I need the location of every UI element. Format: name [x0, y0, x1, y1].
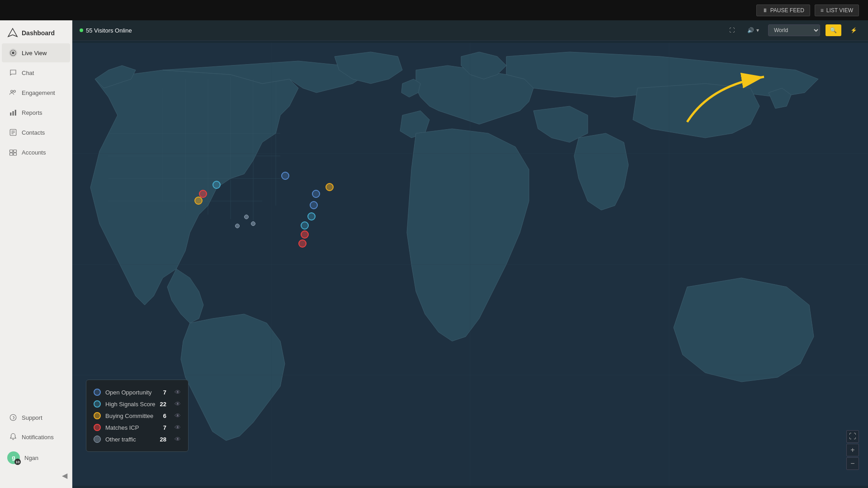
legend-item-other-traffic: Other traffic 28 👁	[94, 433, 181, 445]
sound-button[interactable]: 🔊 ▾	[744, 25, 763, 35]
svg-rect-5	[10, 113, 11, 116]
svg-point-17	[13, 419, 13, 420]
legend-dot-high-signals	[94, 400, 101, 408]
user-badge: 10	[14, 459, 21, 465]
pin-open-opp-3[interactable]	[310, 201, 318, 209]
sidebar-item-notifications[interactable]: Notifications	[2, 427, 70, 446]
pin-matches-icp-2[interactable]	[301, 230, 309, 239]
sidebar-item-label: Contacts	[22, 129, 45, 136]
pin-high-signals-2[interactable]	[307, 212, 316, 221]
legend-count-buying-committee: 6	[163, 413, 166, 419]
zoom-out-button[interactable]: −	[846, 457, 859, 470]
legend-label-other-traffic: Other traffic	[105, 436, 156, 443]
search-button[interactable]: 🔍	[826, 24, 841, 36]
content-area: 55 Visitors Online ⛶ 🔊 ▾ World North Ame…	[72, 20, 868, 488]
svg-rect-6	[13, 111, 14, 116]
chat-icon	[9, 69, 17, 77]
legend-count-open-opportunity: 7	[163, 389, 166, 396]
top-bar: ⏸ PAUSE FEED ≡ LIST VIEW	[0, 0, 868, 20]
sidebar-item-engagement[interactable]: Engagement	[2, 83, 70, 102]
pin-high-signals-1[interactable]	[212, 181, 221, 189]
legend-label-high-signals: High Signals Score	[105, 401, 156, 408]
zoom-in-button[interactable]: +	[846, 444, 859, 456]
visitors-count: 55 Visitors Online	[86, 27, 132, 34]
legend-count-matches-icp: 7	[163, 424, 166, 431]
collapse-icon: ◀	[62, 471, 67, 480]
fullscreen-icon: ⛶	[729, 27, 735, 33]
online-indicator	[80, 28, 83, 32]
svg-rect-13	[14, 150, 17, 152]
pin-matches-icp-1[interactable]	[199, 190, 207, 198]
sound-icon: 🔊	[747, 27, 754, 33]
legend-count-high-signals: 22	[160, 401, 166, 408]
legend-dot-matches-icp	[94, 424, 101, 431]
pause-icon: ⏸	[762, 7, 768, 14]
legend-eye-matches-icp[interactable]: 👁	[175, 424, 181, 431]
sidebar-item-label: Accounts	[22, 149, 46, 156]
svg-point-0	[12, 52, 14, 54]
sidebar-item-chat[interactable]: Chat	[2, 63, 70, 82]
sidebar-logo[interactable]: Dashboard	[0, 20, 72, 43]
legend-eye-open-opportunity[interactable]: 👁	[175, 389, 181, 396]
legend-label-buying-committee: Buying Committee	[105, 413, 159, 419]
sound-chevron: ▾	[756, 27, 759, 33]
pin-open-opp-2[interactable]	[312, 190, 320, 198]
pin-other-3[interactable]	[235, 224, 240, 228]
notifications-icon	[9, 433, 17, 441]
svg-rect-15	[14, 153, 17, 155]
svg-rect-14	[10, 153, 13, 155]
legend-label-matches-icp: Matches ICP	[105, 424, 159, 431]
legend-dot-buying-committee	[94, 412, 101, 419]
pin-other-1[interactable]	[244, 215, 249, 219]
map-controls: ⛶ + −	[846, 430, 859, 470]
sidebar-item-label: Live View	[22, 50, 47, 56]
expand-button[interactable]: ⛶	[846, 430, 859, 443]
sidebar-bottom: Support Notifications g 10 Ngan	[0, 408, 72, 488]
legend-eye-other-traffic[interactable]: 👁	[175, 436, 181, 443]
world-select[interactable]: World North America Europe Asia	[768, 24, 820, 36]
pin-buying-committee-2[interactable]	[326, 183, 334, 191]
main-layout: Dashboard Live View Chat	[0, 20, 868, 488]
legend-count-other-traffic: 28	[160, 436, 166, 443]
fullscreen-button[interactable]: ⛶	[726, 25, 738, 35]
logo-icon	[7, 28, 18, 38]
map-container: Open Opportunity 7 👁 High Signals Score …	[72, 41, 868, 488]
list-view-button[interactable]: ≡ LIST VIEW	[815, 5, 859, 16]
sidebar-item-label: Support	[22, 414, 42, 421]
sidebar-item-accounts[interactable]: Accounts	[2, 143, 70, 162]
filter-icon: ⚡	[850, 27, 857, 33]
pause-feed-button[interactable]: ⏸ PAUSE FEED	[756, 5, 810, 16]
map-toolbar: 55 Visitors Online ⛶ 🔊 ▾ World North Ame…	[72, 20, 868, 41]
legend-eye-high-signals[interactable]: 👁	[175, 400, 181, 408]
pin-high-signals-3[interactable]	[301, 221, 309, 230]
pin-open-opp-1[interactable]	[281, 172, 289, 180]
pin-matches-icp-3[interactable]	[298, 239, 307, 248]
sidebar-item-support[interactable]: Support	[2, 408, 70, 427]
sidebar-item-live-view[interactable]: Live View	[2, 43, 70, 62]
world-map	[72, 41, 868, 488]
pin-buying-committee-1[interactable]	[194, 197, 203, 205]
sidebar-item-label: Engagement	[22, 89, 55, 96]
legend-dot-open-opportunity	[94, 389, 101, 396]
filter-button[interactable]: ⚡	[847, 25, 861, 35]
live-view-icon	[9, 49, 17, 57]
legend-item-buying-committee: Buying Committee 6 👁	[94, 410, 181, 422]
svg-rect-7	[15, 110, 16, 116]
reports-icon	[9, 108, 17, 117]
sidebar-item-user[interactable]: g 10 Ngan	[0, 447, 72, 469]
support-icon	[9, 413, 17, 422]
map-legend: Open Opportunity 7 👁 High Signals Score …	[86, 380, 189, 452]
user-name: Ngan	[24, 455, 38, 461]
legend-item-matches-icp: Matches ICP 7 👁	[94, 422, 181, 433]
legend-item-high-signals: High Signals Score 22 👁	[94, 398, 181, 410]
legend-eye-buying-committee[interactable]: 👁	[175, 412, 181, 419]
sidebar-item-label: Notifications	[22, 434, 54, 441]
sidebar-item-reports[interactable]: Reports	[2, 103, 70, 122]
svg-point-3	[11, 90, 13, 93]
sidebar-collapse-button[interactable]: ◀	[0, 469, 72, 483]
sidebar-item-contacts[interactable]: Contacts	[2, 123, 70, 142]
pin-other-2[interactable]	[251, 221, 255, 226]
sidebar-item-label: Reports	[22, 109, 42, 116]
legend-item-open-opportunity: Open Opportunity 7 👁	[94, 386, 181, 398]
user-avatar: g 10	[7, 451, 20, 464]
